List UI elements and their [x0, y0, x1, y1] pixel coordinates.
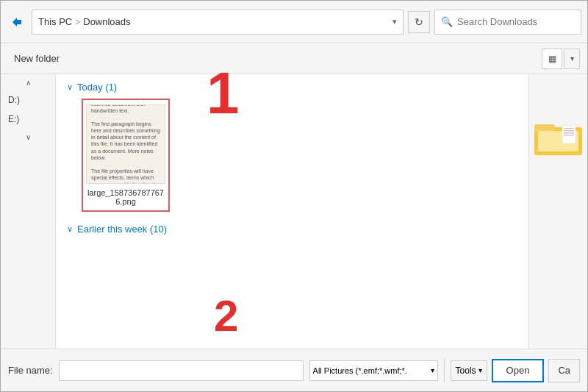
group-earlier-header[interactable]: ∨ Earlier this week (10) — [67, 224, 517, 235]
group-today-arrow: ∨ — [67, 82, 73, 92]
breadcrumb[interactable]: This PC > Downloads ▾ — [32, 10, 404, 35]
sidebar-scroll-down[interactable]: ∨ — [1, 129, 55, 145]
sidebar-scroll-up[interactable]: ∧ — [1, 74, 55, 90]
file-thumbnail: The file is shown. It is a scanned docum… — [86, 104, 165, 184]
file-type-dropdown[interactable]: All Pictures (*.emf;*.wmf;*. ▾ — [309, 360, 438, 381]
sidebar: ∧ D:) E:) ∨ — [1, 74, 56, 349]
bottom-buttons: Tools ▾ Open Ca — [444, 359, 580, 382]
group-earlier-label: Earlier this week (10) — [77, 224, 167, 235]
search-icon: 🔍 — [441, 16, 453, 27]
tools-arrow: ▾ — [478, 366, 482, 374]
view-options: ▦ ▾ — [542, 49, 580, 69]
search-area[interactable]: 🔍 — [434, 10, 581, 35]
file-browser: ∨ Today (1) The file is shown. It is a s… — [56, 74, 528, 349]
tools-label: Tools — [456, 366, 476, 376]
breadcrumb-current[interactable]: Downloads — [83, 16, 130, 27]
new-folder-button[interactable]: New folder — [8, 50, 65, 67]
files-grid-today: The file is shown. It is a scanned docum… — [82, 99, 517, 212]
main-content: ∧ D:) E:) ∨ ∨ Today (1) The file is show… — [1, 74, 587, 349]
breadcrumb-this-pc[interactable]: This PC — [38, 16, 72, 27]
file-name: large_1587367877676.png — [87, 188, 164, 206]
svg-rect-8 — [564, 135, 574, 136]
file-name-input[interactable] — [59, 360, 304, 381]
breadcrumb-dropdown-icon[interactable]: ▾ — [392, 17, 397, 26]
toolbar: New folder ▦ ▾ — [1, 43, 587, 74]
svg-marker-0 — [12, 18, 21, 26]
group-earlier: ∨ Earlier this week (10) — [67, 224, 517, 235]
svg-rect-6 — [564, 130, 574, 132]
thumb-text: The file is shown. It is a scanned docum… — [87, 104, 165, 184]
file-type-arrow: ▾ — [431, 366, 434, 374]
svg-rect-5 — [564, 128, 574, 129]
cancel-button[interactable]: Ca — [548, 359, 580, 382]
folder-icon — [534, 118, 582, 159]
svg-rect-7 — [564, 132, 574, 134]
search-input[interactable] — [457, 16, 575, 27]
group-today-label: Today (1) — [77, 82, 117, 93]
right-panel — [528, 74, 587, 349]
address-bar: This PC > Downloads ▾ ↻ 🔍 — [1, 1, 587, 43]
tools-button[interactable]: Tools ▾ — [451, 360, 487, 381]
refresh-button[interactable]: ↻ — [408, 11, 430, 33]
group-today[interactable]: ∨ Today (1) — [67, 82, 517, 93]
breadcrumb-separator: > — [75, 17, 80, 27]
list-item[interactable]: The file is shown. It is a scanned docum… — [82, 99, 170, 212]
view-icon[interactable]: ▦ — [542, 49, 562, 69]
group-earlier-arrow: ∨ — [67, 224, 73, 234]
file-name-label: File name: — [8, 365, 53, 376]
nav-back-icon[interactable] — [7, 12, 27, 32]
sidebar-item-e[interactable]: E:) — [1, 110, 55, 129]
open-button[interactable]: Open — [492, 359, 545, 382]
sidebar-item-d[interactable]: D:) — [1, 90, 55, 110]
file-type-text: All Pictures (*.emf;*.wmf;*. — [313, 366, 407, 375]
svg-rect-2 — [534, 124, 555, 132]
view-dropdown-button[interactable]: ▾ — [564, 49, 580, 69]
bottom-bar: File name: All Pictures (*.emf;*.wmf;*. … — [1, 349, 587, 391]
file-open-dialog: This PC > Downloads ▾ ↻ 🔍 New folder ▦ ▾… — [0, 0, 588, 392]
